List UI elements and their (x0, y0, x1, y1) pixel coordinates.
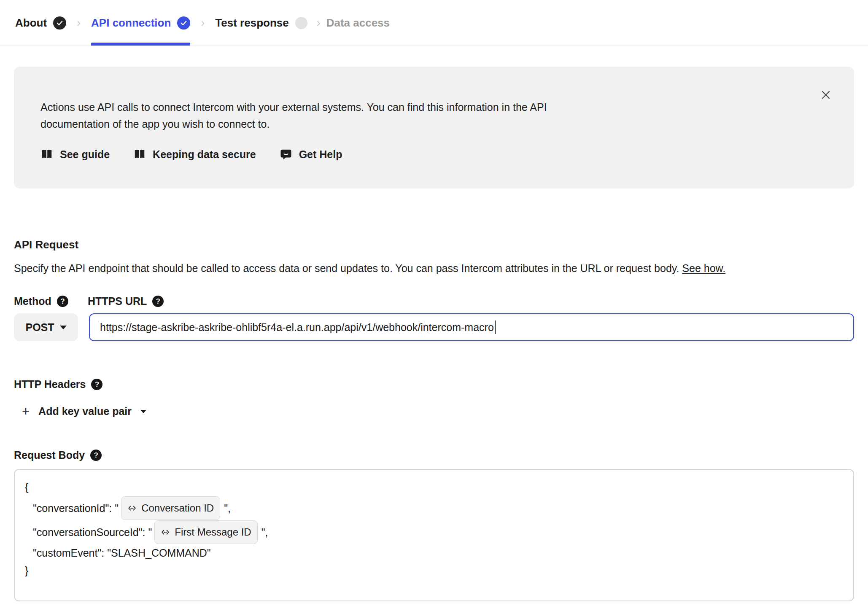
chevron-right-icon: › (317, 16, 321, 30)
caret-down-icon (60, 326, 67, 329)
attribute-arrows-icon (127, 504, 137, 513)
banner-link-label: See guide (60, 148, 110, 161)
chevron-right-icon: › (201, 16, 205, 30)
add-key-value-pair-button[interactable]: + Add key value pair (22, 405, 146, 418)
method-url-row: POST https://stage-askribe-askribe-ohlib… (14, 313, 854, 341)
book-icon (133, 148, 146, 161)
banner-link-label: Get Help (299, 148, 342, 161)
stepper-step-test-response[interactable]: Test response (215, 0, 307, 46)
api-request-description: Specify the API endpoint that should be … (14, 261, 854, 276)
close-icon[interactable] (819, 88, 833, 102)
code-line: "conversationId": " Conversation ID ", (25, 496, 843, 520)
plus-icon: + (22, 405, 30, 418)
https-url-label: HTTPS URL ? (88, 295, 164, 307)
book-icon (40, 148, 53, 161)
https-url-input[interactable]: https://stage-askribe-askribe-ohlibf5r4a… (89, 313, 854, 341)
stepper-step-data-access[interactable]: Data access (326, 0, 390, 46)
check-icon (53, 16, 66, 30)
banner-link-label: Keeping data secure (153, 148, 256, 161)
request-body-label: Request Body ? (14, 449, 102, 461)
code-line: { (25, 478, 843, 496)
help-icon[interactable]: ? (91, 379, 102, 390)
attribute-chip-first-message-id[interactable]: First Message ID (154, 520, 257, 544)
keeping-data-secure-link[interactable]: Keeping data secure (133, 148, 256, 161)
help-icon[interactable]: ? (57, 296, 68, 307)
caret-down-icon (140, 410, 146, 413)
field-labels-row: Method ? HTTPS URL ? (14, 295, 854, 307)
help-icon[interactable]: ? (152, 296, 164, 307)
api-request-title: API Request (14, 238, 854, 251)
get-help-link[interactable]: Get Help (280, 148, 342, 161)
check-icon (177, 16, 190, 30)
see-how-link[interactable]: See how. (682, 262, 725, 274)
pending-circle-icon (295, 17, 307, 29)
step-label: API connection (91, 16, 171, 30)
text-cursor (495, 320, 496, 334)
see-guide-link[interactable]: See guide (40, 148, 110, 161)
attribute-arrows-icon (161, 528, 170, 537)
step-label: About (15, 16, 47, 30)
method-select[interactable]: POST (14, 313, 78, 341)
http-headers-label: HTTP Headers ? (14, 378, 102, 390)
info-banner: Actions use API calls to connect Interco… (14, 67, 854, 189)
banner-links: See guide Keeping data secure Get Help (40, 148, 827, 161)
setup-stepper: About › API connection › Test response ›… (0, 0, 868, 46)
stepper-step-api-connection[interactable]: API connection (91, 0, 190, 46)
stepper-step-about[interactable]: About (15, 0, 66, 46)
code-line: "conversationSourceId": " First Message … (25, 520, 843, 544)
chevron-right-icon: › (77, 16, 81, 30)
code-line: "customEvent": "SLASH_COMMAND" (25, 544, 843, 562)
code-line: } (25, 562, 843, 579)
step-label: Data access (326, 16, 390, 30)
banner-text: Actions use API calls to connect Interco… (40, 99, 827, 132)
attribute-chip-conversation-id[interactable]: Conversation ID (121, 496, 220, 520)
request-body-editor[interactable]: { "conversationId": " Conversation ID ",… (14, 469, 854, 601)
step-label: Test response (215, 16, 288, 30)
chat-icon (280, 148, 292, 161)
url-value: https://stage-askribe-askribe-ohlibf5r4a… (100, 321, 494, 334)
help-icon[interactable]: ? (90, 450, 102, 461)
method-label: Method ? (14, 295, 88, 307)
method-value: POST (25, 321, 54, 334)
